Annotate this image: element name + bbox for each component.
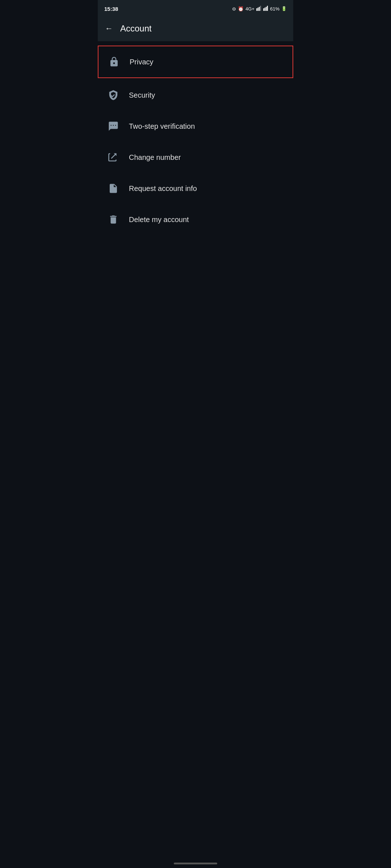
menu-item-security[interactable]: Security	[98, 80, 293, 111]
svg-rect-0	[256, 8, 257, 11]
page-title: Account	[120, 24, 152, 34]
svg-rect-5	[264, 8, 265, 11]
network-icon: 4G+	[245, 6, 255, 12]
alarm-icon: ⏰	[238, 6, 244, 12]
svg-rect-4	[263, 8, 264, 11]
menu-item-two-step[interactable]: Two-step verification	[98, 111, 293, 142]
svg-rect-3	[260, 6, 261, 11]
status-time: 15:38	[104, 6, 118, 12]
menu-item-delete-account[interactable]: Delete my account	[98, 204, 293, 235]
dnd-icon: ⊖	[232, 6, 236, 12]
svg-rect-6	[266, 7, 267, 11]
privacy-label: Privacy	[130, 58, 154, 66]
signal-icon1	[256, 6, 261, 12]
status-icons: ⊖ ⏰ 4G+ 61% 🔋	[232, 6, 287, 12]
svg-rect-2	[259, 7, 260, 11]
dots-bubble-icon	[106, 119, 121, 134]
document-icon	[106, 181, 121, 196]
request-info-label: Request account info	[129, 184, 197, 193]
two-step-label: Two-step verification	[129, 122, 195, 131]
security-label: Security	[129, 91, 155, 99]
delete-account-label: Delete my account	[129, 216, 189, 224]
status-bar: 15:38 ⊖ ⏰ 4G+ 61% 🔋	[98, 0, 293, 16]
battery-icon: 🔋	[281, 6, 287, 11]
signal-icon2	[263, 6, 268, 12]
svg-rect-1	[257, 8, 258, 11]
svg-rect-7	[267, 6, 268, 11]
menu-list: Privacy Security Two-step verification C…	[98, 41, 293, 238]
trash-icon	[106, 212, 121, 227]
change-number-label: Change number	[129, 153, 181, 162]
menu-item-change-number[interactable]: Change number	[98, 142, 293, 173]
shield-icon	[106, 88, 121, 103]
phone-edit-icon	[106, 150, 121, 165]
lock-icon	[106, 54, 122, 69]
menu-item-privacy[interactable]: Privacy	[98, 46, 293, 78]
menu-item-request-info[interactable]: Request account info	[98, 173, 293, 204]
header: ← Account	[98, 16, 293, 41]
battery-text: 61%	[270, 6, 279, 12]
home-indicator	[174, 863, 217, 864]
back-button[interactable]: ←	[105, 24, 113, 33]
